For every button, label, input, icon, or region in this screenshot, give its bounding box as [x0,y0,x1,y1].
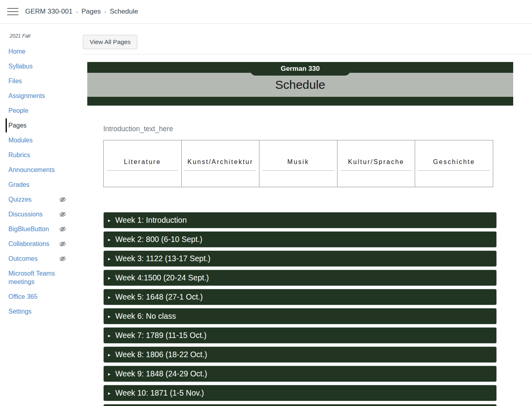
week-bar[interactable]: ▸ Week 6: No class [103,308,497,324]
sidebar-item-label: Quizzes [8,196,32,203]
category-cell: Kultur/Sprache [337,140,415,187]
sidebar-item[interactable]: Assignments [6,89,72,103]
week-bar[interactable]: ▸ Week 8: 1806 (18-22 Oct.) [103,346,497,363]
week-accordion-list: ▸ Week 1: Introduction ▸ Week 2: 800 (6-… [103,212,497,406]
week-bar[interactable]: ▸ Week 10: 1871 (1-5 Nov.) [103,385,497,401]
banner-course-tab: German 330 [250,62,350,76]
sidebar-item-label: Microsoft Teams meetings [8,270,55,285]
sidebar-item-label: People [8,107,28,114]
sidebar-item[interactable]: Rubrics [6,148,72,162]
sidebar-item[interactable]: Quizzes [6,192,72,206]
sidebar-item[interactable]: Modules [6,133,72,147]
course-sidebar: 2021 Fall Home Syllabus [0,24,82,406]
content-divider [82,54,532,54]
week-bar[interactable]: ▸ Week 7: 1789 (11-15 Oct.) [103,327,497,344]
hidden-eye-icon [59,226,66,232]
breadcrumb-current-page: Schedule [110,8,138,16]
sidebar-item[interactable]: BigBlueButton [6,222,72,236]
sidebar-item-label: Rubrics [8,152,30,158]
term-label: 2021 Fall [10,33,82,39]
sidebar-item-label: Modules [8,137,32,144]
page-title: Schedule [275,78,325,92]
course-banner: Schedule German 330 [87,62,513,106]
sidebar-item[interactable]: Collaborations [6,237,72,251]
breadcrumb: GERM 330-001 › Pages › Schedule [25,8,138,16]
sidebar-item[interactable]: Outcomes [6,252,72,266]
top-navigation-bar: GERM 330-001 › Pages › Schedule [0,0,532,24]
week-bar-label: Week 2: 800 (6-10 Sept.) [115,235,203,244]
intro-placeholder-text: Introduction_text_here [103,125,532,133]
sidebar-item[interactable]: Home [6,44,72,58]
sidebar-item[interactable]: Grades [6,178,72,192]
sidebar-item[interactable]: Discussions [6,207,72,221]
sidebar-item[interactable]: Files [6,74,72,88]
week-bar-label: Week 3: 1122 (13-17 Sept.) [115,254,211,263]
category-cell: Musik [259,140,337,187]
week-bar[interactable]: ▸ Week 1: Introduction [103,212,497,228]
sidebar-item-label: Pages [8,122,26,129]
category-cell: Kunst/Architektur [181,140,259,187]
week-bar-label: Week 8: 1806 (18-22 Oct.) [115,350,207,359]
sidebar-item-label: Announcements [8,166,55,173]
breadcrumb-separator-icon: › [76,9,78,15]
banner-title-band: Schedule [87,73,513,97]
breadcrumb-separator-icon: › [104,9,106,15]
week-bar-label: Week 4:1500 (20-24 Sept.) [115,273,209,282]
chevron-right-icon: ▸ [108,256,110,261]
week-bar[interactable]: ▸ Week 3: 1122 (13-17 Sept.) [103,250,497,267]
hidden-eye-icon [59,240,66,247]
chevron-right-icon: ▸ [108,314,110,319]
chevron-right-icon: ▸ [108,352,110,357]
sidebar-item-label: Home [8,48,26,55]
category-header: Literature [107,156,178,171]
category-header: Musik [263,156,334,171]
sidebar-item-label: Assignments [8,92,45,99]
breadcrumb-course-link[interactable]: GERM 330-001 [25,8,72,16]
view-all-pages-button[interactable]: View All Pages [83,35,137,49]
hidden-eye-icon [59,196,66,203]
sidebar-item-label: Collaborations [8,240,49,247]
sidebar-item-label: Outcomes [8,255,38,262]
sidebar-item[interactable]: People [6,104,72,118]
sidebar-item-label: Settings [8,308,32,315]
chevron-right-icon: ▸ [108,276,110,280]
category-header: Geschichte [418,156,490,171]
week-bar-label: Week 6: No class [115,312,176,321]
category-header: Kultur/Sprache [341,156,412,171]
categories-table: Literature Kunst/Architektur Musik Kultu… [103,140,493,187]
sidebar-item[interactable]: Settings [6,304,72,318]
sidebar-item[interactable]: Announcements [6,163,72,177]
breadcrumb-pages-link[interactable]: Pages [81,8,100,16]
category-cell: Geschichte [415,140,493,187]
banner-course-label: German 330 [281,65,319,73]
sidebar-item-label: Syllabus [8,63,32,70]
hidden-eye-icon [59,255,66,262]
sidebar-item-label: Grades [8,181,29,188]
week-bar[interactable]: ▸ Week 5: 1648 (27-1 Oct.) [103,289,497,305]
week-bar-label: Week 9: 1848 (24-29 Oct.) [115,369,207,378]
sidebar-item[interactable]: Syllabus [6,59,72,73]
week-bar[interactable]: ▸ Week 2: 800 (6-10 Sept.) [103,231,497,248]
chevron-right-icon: ▸ [108,372,110,376]
category-cell: Literature [104,140,182,187]
hidden-eye-icon [59,211,66,218]
chevron-right-icon: ▸ [108,295,110,300]
chevron-right-icon: ▸ [108,333,110,338]
sidebar-item[interactable]: Pages [6,118,72,132]
page-content: View All Pages Schedule German 330 Intro… [82,24,532,406]
week-bar-partial[interactable]: ▸ [103,404,497,406]
sidebar-item-label: Office 365 [8,293,38,300]
week-bar-label: Week 1: Introduction [115,216,187,225]
sidebar-item[interactable]: Office 365 [6,290,72,304]
hamburger-menu-icon[interactable] [7,8,18,15]
week-bar[interactable]: ▸ Week 9: 1848 (24-29 Oct.) [103,366,497,382]
week-bar-label: Week 5: 1648 (27-1 Oct.) [115,292,203,302]
course-nav: Home Syllabus [0,44,82,318]
sidebar-item[interactable]: Microsoft Teams meetings [6,266,72,289]
week-bar[interactable]: ▸ Week 4:1500 (20-24 Sept.) [103,270,497,286]
sidebar-item-label: Files [8,78,22,84]
sidebar-item-label: BigBlueButton [8,226,49,232]
chevron-right-icon: ▸ [108,218,110,223]
week-bar-label: Week 10: 1871 (1-5 Nov.) [115,388,204,398]
category-header: Kunst/Architektur [185,156,256,171]
